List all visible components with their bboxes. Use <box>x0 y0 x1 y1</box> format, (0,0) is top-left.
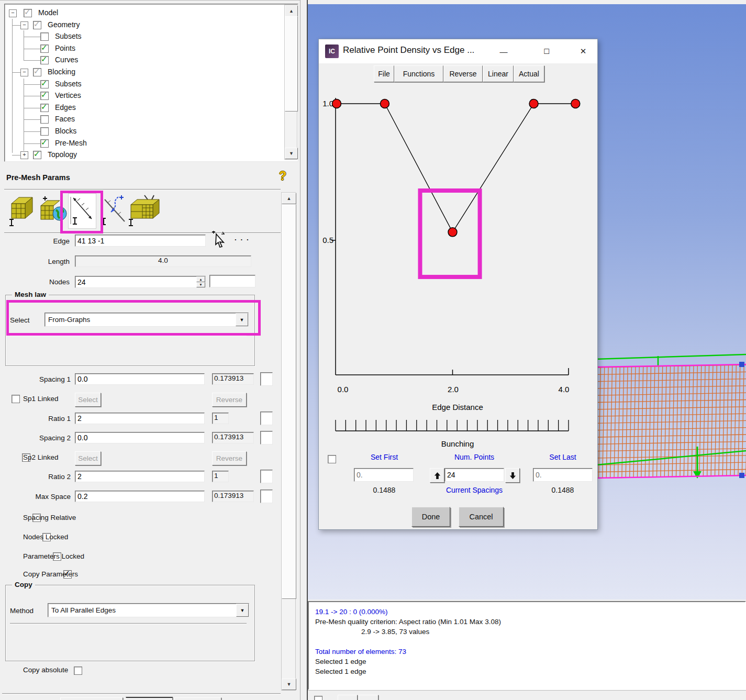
set-first-field[interactable] <box>354 469 413 481</box>
log-save-checkbox[interactable]: ✓ <box>314 696 322 700</box>
num-points-input[interactable] <box>444 468 504 482</box>
spacing1-input[interactable] <box>75 373 205 385</box>
tree-row-faces[interactable]: ✓Faces <box>5 114 277 125</box>
menu-button-linear[interactable]: Linear <box>483 65 514 82</box>
menu-button-functions[interactable]: Functions <box>394 65 443 82</box>
copy-method-select[interactable]: To All Parallel Edges ▼ <box>48 603 249 617</box>
tree-row-vertices[interactable]: ✓Vertices <box>5 90 277 102</box>
num-points-decrease-button[interactable] <box>505 468 520 483</box>
tree-checkbox-geometry[interactable]: ✓ <box>33 21 41 29</box>
max-space-option-box[interactable] <box>260 490 273 503</box>
set-first-input[interactable] <box>354 468 414 482</box>
point-density-dialog[interactable]: IC Relative Point Density vs Edge ... — … <box>318 39 598 530</box>
ratio2-option-box[interactable] <box>260 470 273 483</box>
tree-expander-icon[interactable]: − <box>20 69 28 76</box>
edge-params-icon[interactable] <box>68 193 96 229</box>
sp1-linked-checkbox[interactable]: ✓ <box>12 395 20 403</box>
params-scroll-thumb[interactable] <box>282 204 296 599</box>
clear-button-partial[interactable] <box>359 695 378 700</box>
nodes-stepper[interactable]: ▲▼ <box>75 276 206 288</box>
tree-row-points[interactable]: ✓Points <box>5 43 277 54</box>
panel-splitter[interactable] <box>300 0 308 700</box>
tree-row-topology[interactable]: +✓Topology <box>5 149 277 161</box>
tree-checkbox-topology[interactable]: ✓ <box>33 151 41 159</box>
ok-button-partial[interactable] <box>126 697 173 700</box>
spacing1-field[interactable] <box>75 374 204 384</box>
tree-row-subsets[interactable]: ✓Subsets <box>5 79 277 90</box>
tree-expander-icon[interactable]: − <box>9 9 17 17</box>
block-edge-bottom[interactable] <box>597 475 746 478</box>
copy-params-icon[interactable] <box>101 194 130 228</box>
tree-scroll-thumb[interactable] <box>285 16 298 112</box>
density-point-0[interactable] <box>332 99 341 108</box>
set-last-label[interactable]: Set Last <box>534 453 592 461</box>
edge-more-button[interactable]: . . . <box>235 234 250 242</box>
mesh-law-select[interactable]: From-Graphs ▼ <box>44 313 249 327</box>
params-scrollbar[interactable]: ▲ ▼ <box>281 192 296 691</box>
maximize-icon[interactable]: ☐ <box>539 43 554 59</box>
block-vertex[interactable] <box>739 362 744 367</box>
close-icon[interactable]: ✕ <box>575 43 591 59</box>
tree-row-curves[interactable]: ✓Curves <box>5 54 277 66</box>
tree-row-edges[interactable]: ✓Edges <box>5 102 277 114</box>
spacing2-field[interactable] <box>75 432 204 443</box>
dialog-option-checkbox[interactable]: ✓ <box>328 455 336 463</box>
ratio1-input[interactable] <box>75 413 205 424</box>
sp1-select-button[interactable]: Select <box>75 393 101 407</box>
mesh-type-icon[interactable] <box>129 194 161 228</box>
tree-checkbox-points[interactable]: ✓ <box>40 45 49 53</box>
help-icon[interactable]: ? <box>279 169 286 183</box>
ratio2-input[interactable] <box>75 471 205 482</box>
tree-checkbox-faces[interactable]: ✓ <box>40 115 49 124</box>
density-point-4[interactable] <box>571 99 580 108</box>
tree-checkbox-model[interactable]: ✓ <box>24 9 32 17</box>
scroll-up-icon[interactable]: ▲ <box>285 5 298 17</box>
scroll-down-icon[interactable]: ▼ <box>285 148 298 159</box>
tree-scrollbar[interactable]: ▲ ▼ <box>284 5 297 160</box>
tree-row-subsets[interactable]: ✓Subsets <box>5 31 277 42</box>
sp1-reverse-button[interactable]: Reverse <box>212 393 247 407</box>
spacing2-option-box[interactable] <box>260 431 273 445</box>
nodes-spinner[interactable]: ▲▼ <box>196 276 205 287</box>
copy-absolute-checkbox[interactable]: ✓ <box>74 666 82 675</box>
dialog-title-bar[interactable]: IC Relative Point Density vs Edge ... — … <box>319 39 597 63</box>
log-button-partial[interactable] <box>338 695 358 700</box>
current-spacings-label[interactable]: Current Spacings <box>443 486 506 494</box>
density-point-3[interactable] <box>529 99 538 108</box>
scroll-down-icon[interactable]: ▼ <box>282 679 296 690</box>
num-points-label[interactable]: Num. Points <box>443 453 506 461</box>
tree-row-pre-mesh[interactable]: ✓Pre-Mesh <box>5 138 277 149</box>
tree-row-blocking[interactable]: −✓Blocking <box>5 66 277 78</box>
tree-checkbox-vertices[interactable]: ✓ <box>40 92 49 100</box>
max-space-input[interactable] <box>75 491 205 502</box>
dismiss-button-partial[interactable] <box>174 697 221 700</box>
nodes-input-field[interactable] <box>75 276 196 287</box>
num-points-increase-button[interactable] <box>430 468 444 483</box>
done-button[interactable]: Done <box>411 507 450 527</box>
cancel-button[interactable]: Cancel <box>459 507 504 527</box>
density-point-1[interactable] <box>380 99 389 108</box>
nodes-extra-input[interactable] <box>209 275 255 287</box>
chevron-down-icon[interactable]: ▼ <box>236 313 248 326</box>
num-points-field[interactable] <box>445 469 504 481</box>
tree-checkbox-curves[interactable]: ✓ <box>40 56 49 64</box>
tree-checkbox-subsets[interactable]: ✓ <box>40 32 49 41</box>
apply-button-partial[interactable] <box>60 697 123 700</box>
tree-row-geometry[interactable]: −✓Geometry <box>5 19 277 31</box>
tree-checkbox-pre-mesh[interactable]: ✓ <box>40 139 49 148</box>
block-params-icon[interactable] <box>8 194 36 228</box>
menu-button-reverse[interactable]: Reverse <box>443 65 483 82</box>
minimize-icon[interactable]: — <box>496 43 511 59</box>
tree-expander-icon[interactable]: + <box>20 151 28 159</box>
tree-checkbox-blocks[interactable]: ✓ <box>40 127 49 136</box>
set-last-input[interactable] <box>533 468 593 482</box>
tree-checkbox-subsets[interactable]: ✓ <box>40 80 49 88</box>
sp2-reverse-button[interactable]: Reverse <box>212 451 247 465</box>
chevron-down-icon[interactable]: ▼ <box>236 604 249 617</box>
ratio2-field[interactable] <box>75 471 204 482</box>
block-vertex[interactable] <box>739 473 744 478</box>
tree-row-blocks[interactable]: ✓Blocks <box>5 126 277 137</box>
tree-checkbox-blocking[interactable]: ✓ <box>33 68 41 76</box>
menu-button-file[interactable]: File <box>374 65 394 82</box>
ratio1-option-box[interactable] <box>260 412 273 425</box>
